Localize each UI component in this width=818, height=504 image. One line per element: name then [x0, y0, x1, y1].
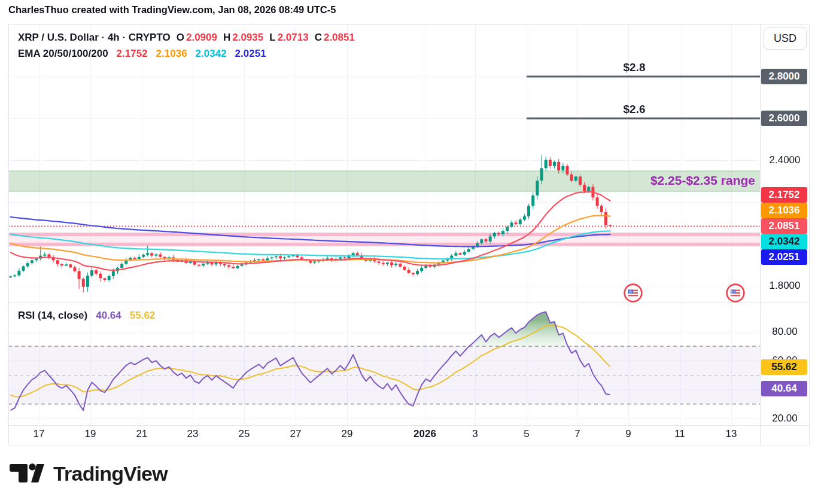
time-label: 27 — [274, 428, 317, 440]
time-label: 25 — [223, 428, 266, 440]
tradingview-logo-mark-icon — [8, 460, 44, 487]
ema-legend[interactable]: EMA 20/50/100/2002.17522.10362.03422.025… — [18, 48, 266, 60]
level-annotation-2-8: $2.8 — [598, 61, 670, 74]
time-label: 2026 — [403, 428, 446, 440]
time-label: 3 — [454, 428, 497, 440]
price-label-ema20: 2.1752 — [761, 187, 807, 203]
time-label: 29 — [326, 428, 369, 440]
ohlc-open-value: 2.0909 — [186, 32, 217, 43]
time-axis[interactable]: 17192123252729202635791113 — [0, 428, 818, 444]
price-tick-1-8: 1.8000 — [760, 280, 810, 292]
time-label: 13 — [710, 428, 753, 440]
time-label: 5 — [505, 428, 548, 440]
price-label-ema100: 2.0342 — [761, 234, 807, 249]
ema50-value: 2.1036 — [156, 48, 187, 59]
symbol-legend[interactable]: XRP / U.S. Dollar · 4h · CRYPTOO2.0909H2… — [18, 32, 355, 44]
time-label: 21 — [120, 428, 163, 440]
ema20-value: 2.1752 — [117, 48, 148, 59]
price-label-level-2-6: 2.6000 — [761, 111, 807, 126]
time-label: 9 — [607, 428, 650, 440]
time-label: 23 — [171, 428, 214, 440]
ohlc-close-value: 2.0851 — [324, 32, 355, 43]
ema200-value: 2.0251 — [235, 48, 266, 59]
price-label-ema200: 2.0251 — [761, 249, 807, 265]
time-label: 7 — [556, 428, 599, 440]
tradingview-snapshot: CharlesThuo created with TradingView.com… — [0, 0, 818, 504]
ohlc-low-key: L — [269, 32, 275, 43]
currency-selector-button[interactable]: USD — [764, 28, 807, 50]
price-label-last-price: 2.0851 — [761, 218, 807, 234]
ohlc-high-value: 2.0935 — [232, 32, 263, 43]
rsi-legend-title: RSI (14, close) — [18, 310, 87, 321]
rsi-label-value: 40.64 — [761, 381, 807, 396]
economic-event-flag-icon[interactable] — [624, 283, 643, 303]
range-zone-label: $2.25-$2.35 range — [539, 173, 755, 188]
rsi-tick-80: 80.00 — [760, 326, 810, 338]
ema100-value: 2.0342 — [196, 48, 227, 59]
price-label-level-2-8: 2.8000 — [761, 69, 807, 84]
rsi-tick-20: 20.00 — [760, 413, 810, 424]
economic-event-flag-icon[interactable] — [726, 283, 745, 303]
symbol-title: XRP / U.S. Dollar · 4h · CRYPTO — [18, 32, 171, 43]
level-annotation-2-6: $2.6 — [598, 103, 670, 116]
rsi-label-ma: 55.62 — [761, 359, 807, 375]
price-tick-2-4: 2.4000 — [760, 154, 810, 166]
tradingview-logo[interactable]: TradingView — [8, 460, 168, 487]
time-label: 11 — [658, 428, 701, 440]
ohlc-open-key: O — [177, 32, 184, 43]
ohlc-high-key: H — [223, 32, 230, 43]
tradingview-logo-text: TradingView — [53, 462, 168, 485]
attribution-text: CharlesThuo created with TradingView.com… — [8, 4, 336, 16]
ohlc-low-value: 2.0713 — [278, 32, 309, 43]
time-label: 19 — [69, 428, 112, 440]
price-label-ema50: 2.1036 — [761, 203, 807, 218]
ohlc-close-key: C — [315, 32, 322, 43]
rsi-value: 40.64 — [96, 310, 121, 321]
ema-legend-title: EMA 20/50/100/200 — [18, 48, 108, 59]
rsi-legend[interactable]: RSI (14, close)40.6455.62 — [18, 310, 155, 322]
time-label: 17 — [17, 428, 60, 440]
rsi-ma-value: 55.62 — [130, 310, 156, 321]
